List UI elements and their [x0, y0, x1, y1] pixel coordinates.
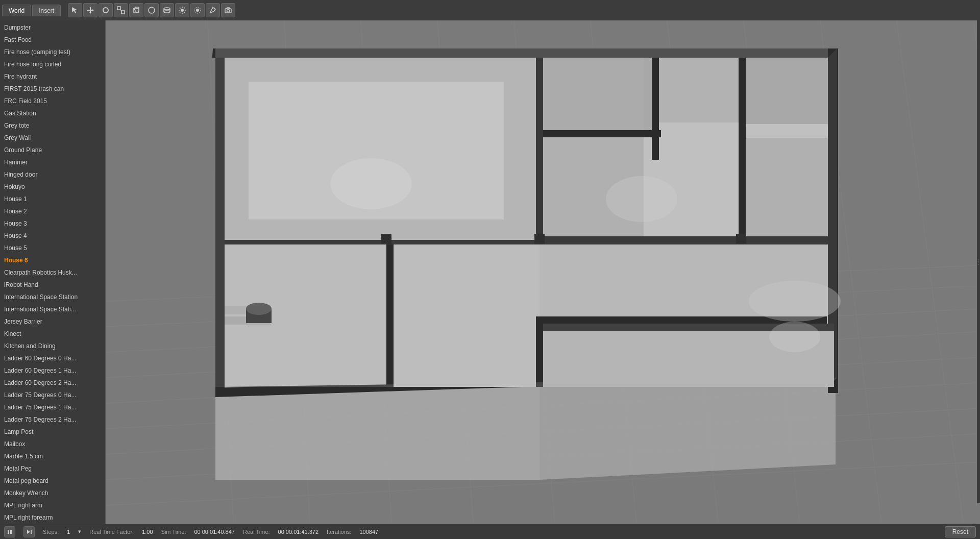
sidebar-item-29[interactable]: Ladder 60 Degrees 2 Ha... [0, 377, 105, 389]
svg-rect-87 [746, 58, 828, 124]
pointlight-tool[interactable] [190, 3, 205, 17]
svg-point-14 [164, 8, 170, 10]
sidebar-item-34[interactable]: Mailbox [0, 438, 105, 450]
sidebar-item-36[interactable]: Metal Peg [0, 462, 105, 475]
svg-point-93 [606, 176, 677, 222]
svg-rect-85 [543, 58, 644, 130]
sidebar-item-39[interactable]: MPL right arm [0, 499, 105, 511]
sidebar-item-18[interactable]: House 5 [0, 242, 105, 254]
sidebar-item-22[interactable]: International Space Station [0, 291, 105, 303]
step-forward-button[interactable] [23, 526, 35, 537]
svg-point-7 [103, 8, 108, 13]
sidebar-item-10[interactable]: Ground Plane [0, 144, 105, 156]
tab-world[interactable]: World [2, 5, 31, 16]
svg-point-103 [246, 303, 272, 315]
cylinder-tool[interactable] [160, 3, 174, 17]
sidebar-item-21[interactable]: iRobot Hand [0, 279, 105, 291]
sidebar-item-30[interactable]: Ladder 75 Degrees 0 Ha... [0, 389, 105, 401]
svg-rect-89 [394, 244, 536, 387]
svg-rect-105 [10, 530, 12, 534]
iterations-value: 100847 [359, 529, 378, 535]
sidebar-item-26[interactable]: Kitchen and Dining [0, 340, 105, 352]
viewport-right-handle[interactable]: ⋮ [977, 20, 980, 503]
sidebar-item-24[interactable]: Jersey Barrier [0, 315, 105, 328]
svg-rect-69 [536, 130, 661, 137]
svg-point-17 [164, 11, 170, 13]
steps-value: 1 [67, 529, 70, 535]
camera-tool[interactable] [221, 3, 235, 17]
sidebar-item-15[interactable]: House 2 [0, 205, 105, 217]
sidebar-item-19[interactable]: House 6 [0, 254, 105, 266]
svg-line-23 [180, 8, 181, 9]
sidebar-item-8[interactable]: Grey tote [0, 119, 105, 132]
iterations-label: Iterations: [327, 529, 351, 535]
sim-time-label: Sim Time: [161, 529, 186, 535]
svg-rect-68 [652, 58, 659, 160]
sidebar-item-0[interactable]: Dumpster [0, 21, 105, 34]
sidebar-item-31[interactable]: Ladder 75 Degrees 1 Ha... [0, 401, 105, 413]
sidebar-item-23[interactable]: International Space Stati... [0, 303, 105, 315]
svg-rect-100 [736, 234, 746, 244]
sidebar-item-13[interactable]: Hokuyo [0, 181, 105, 193]
main-area: DumpsterFast FoodFire hose (damping test… [0, 20, 980, 524]
svg-marker-83 [659, 58, 739, 122]
sidebar-item-3[interactable]: Fire hose long curled [0, 58, 105, 70]
pause-button[interactable] [4, 526, 15, 537]
svg-point-31 [227, 10, 230, 12]
box-tool[interactable] [129, 3, 143, 17]
svg-rect-70 [739, 58, 746, 240]
tab-insert[interactable]: Insert [32, 5, 61, 16]
svg-rect-107 [31, 530, 32, 534]
sidebar-item-9[interactable]: Grey Wall [0, 132, 105, 144]
sidebar-item-20[interactable]: Clearpath Robotics Husk... [0, 266, 105, 279]
sidebar-item-28[interactable]: Ladder 60 Degrees 1 Ha... [0, 364, 105, 377]
sidebar-item-6[interactable]: FRC Field 2015 [0, 95, 105, 107]
sidebar-item-2[interactable]: Fire hose (damping test) [0, 46, 105, 58]
reset-button[interactable]: Reset [945, 526, 976, 537]
sidebar-resize-handle[interactable] [103, 20, 105, 524]
sidebar-item-32[interactable]: Ladder 75 Degrees 2 Ha... [0, 413, 105, 426]
sidebar-item-40[interactable]: MPL right forearm [0, 511, 105, 524]
rtf-label: Real Time Factor: [89, 529, 134, 535]
sidebar-item-27[interactable]: Ladder 60 Degrees 0 Ha... [0, 352, 105, 364]
rotate-tool[interactable] [99, 3, 113, 17]
sidebar-item-4[interactable]: Fire hydrant [0, 70, 105, 83]
svg-marker-78 [536, 58, 543, 240]
scale-tool[interactable] [114, 3, 128, 17]
sidebar-item-7[interactable]: Gas Station [0, 107, 105, 119]
sidebar-item-35[interactable]: Marble 1.5 cm [0, 450, 105, 462]
sidebar-item-14[interactable]: House 1 [0, 193, 105, 205]
sim-time-value: 00 00:01:40.847 [194, 529, 235, 535]
svg-marker-5 [87, 9, 88, 11]
real-time-label: Real Time: [243, 529, 270, 535]
3d-viewport[interactable]: ⋮ [106, 20, 980, 524]
svg-marker-3 [89, 7, 91, 8]
svg-line-24 [184, 12, 185, 13]
steps-label: Steps: [43, 529, 59, 535]
svg-marker-12 [134, 7, 139, 13]
sidebar-item-5[interactable]: FIRST 2015 trash can [0, 83, 105, 95]
model-list[interactable]: DumpsterFast FoodFire hose (damping test… [0, 20, 105, 524]
sidebar-item-25[interactable]: Kinect [0, 328, 105, 340]
sidebar-item-16[interactable]: House 3 [0, 217, 105, 230]
draw-tool[interactable] [206, 3, 220, 17]
house-3d-view [106, 20, 980, 524]
svg-line-26 [180, 12, 181, 13]
select-tool[interactable] [68, 3, 82, 17]
sidebar-item-11[interactable]: Hammer [0, 156, 105, 168]
statusbar: Steps: 1 ▾ Real Time Factor: 1.00 Sim Ti… [0, 524, 980, 539]
sidebar-item-33[interactable]: Lamp Post [0, 426, 105, 438]
sphere-tool[interactable] [144, 3, 159, 17]
sidebar-item-12[interactable]: Hinged door [0, 168, 105, 181]
svg-point-13 [149, 7, 155, 13]
svg-marker-74 [215, 58, 225, 387]
translate-tool[interactable] [83, 3, 97, 17]
sidebar-item-1[interactable]: Fast Food [0, 34, 105, 46]
svg-marker-6 [92, 9, 94, 11]
light-tool[interactable] [175, 3, 189, 17]
sidebar-item-17[interactable]: House 4 [0, 230, 105, 242]
svg-point-95 [769, 322, 820, 352]
sidebar-item-38[interactable]: Monkey Wrench [0, 487, 105, 499]
sidebar-item-37[interactable]: Metal peg board [0, 475, 105, 487]
svg-rect-71 [536, 316, 543, 387]
